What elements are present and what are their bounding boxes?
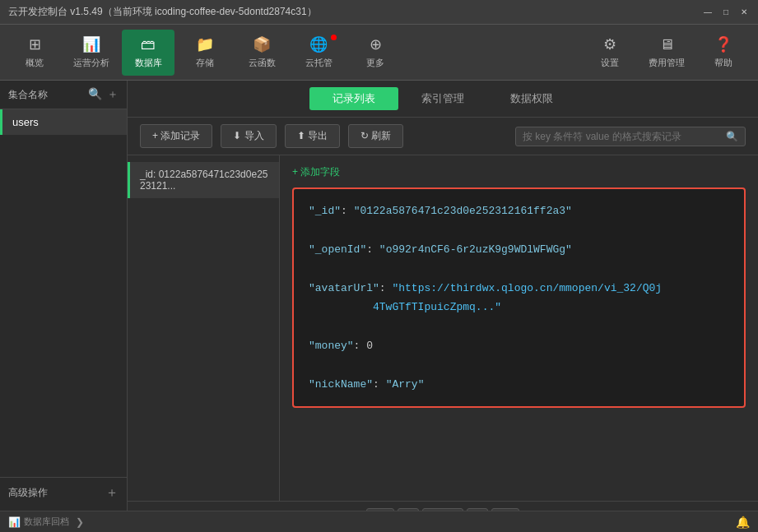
operations-icon: 📊 [82, 35, 100, 53]
more-icon: ⊕ [370, 35, 382, 53]
toolbar-item-help[interactable]: ❓ 帮助 [697, 30, 750, 76]
json-line-nickname: "nickName": "Arry" [309, 375, 729, 394]
json-value-money: 0 [366, 340, 373, 352]
sidebar-header: 集合名称 🔍 ＋ [0, 81, 127, 109]
tab-index[interactable]: 索引管理 [398, 87, 487, 110]
notification-icon: 🔔 [736, 516, 750, 529]
search-box[interactable]: 🔍 [515, 127, 746, 146]
json-line-money: "money": 0 [309, 336, 729, 355]
advanced-label: 高级操作 [8, 486, 48, 500]
sidebar-item-users[interactable]: users [0, 109, 127, 135]
search-icon[interactable]: 🔍 [88, 87, 102, 102]
export-button[interactable]: ⬆ 导出 [285, 124, 340, 148]
record-list: _id: 0122a5876471c23d0e2523121... [128, 155, 280, 501]
toolbar-label-operations: 运营分析 [73, 57, 109, 69]
toolbar-label-settings: 设置 [601, 57, 619, 69]
toolbar-label-database: 数据库 [135, 57, 162, 69]
titlebar-title: 云开发控制台 v1.5.49（当前环境 icoding-coffee-dev-5… [8, 5, 317, 19]
toolbar-item-cloudhosting[interactable]: 🌐 云托管 [292, 30, 345, 76]
main-area: 集合名称 🔍 ＋ users 高级操作 ＋ 未命名模板 记录列表 [0, 81, 758, 532]
collection-label: 集合名称 [8, 88, 81, 102]
titlebar-controls: — □ ✕ [702, 7, 750, 18]
json-box: "_id": "0122a5876471c23d0e252312161ff2a3… [292, 187, 746, 408]
tab-bar: 记录列表 索引管理 数据权限 [128, 81, 758, 118]
add-collection-icon[interactable]: ＋ [107, 87, 119, 102]
tab-permissions[interactable]: 数据权限 [487, 87, 576, 110]
toolbar-item-operations[interactable]: 📊 运营分析 [65, 30, 118, 76]
help-icon: ❓ [714, 35, 732, 53]
json-key-id: "_id" [309, 205, 341, 217]
sidebar-header-icons: 🔍 ＋ [88, 87, 119, 102]
sidebar: 集合名称 🔍 ＋ users 高级操作 ＋ 未命名模板 [0, 81, 128, 532]
json-key-openid: "_openId" [309, 243, 366, 256]
database-icon: 🗃 [141, 36, 156, 53]
sidebar-item-label: users [12, 116, 39, 128]
import-button[interactable]: ⬇ 导入 [221, 124, 276, 148]
json-line-openid: "_openId": "o992r4nCF6-6r2uzK9g9WDlWFWGg… [309, 240, 729, 259]
add-field-button[interactable]: + 添加字段 [292, 165, 340, 179]
search-icon: 🔍 [726, 131, 738, 142]
search-input[interactable] [523, 131, 721, 142]
json-value-openid: "o992r4nCF6-6r2uzK9g9WDlWFWGg" [379, 243, 572, 256]
toolbar-label-billing: 费用管理 [649, 57, 685, 69]
toolbar-item-billing[interactable]: 🖥 费用管理 [640, 30, 693, 76]
json-value-nickname: "Arry" [386, 378, 425, 391]
json-value-id: "0122a5876471c23d0e252312161ff2a3" [354, 205, 572, 217]
db-archive-icon: 📊 [8, 516, 21, 528]
toolbar-item-storage[interactable]: 📁 存储 [179, 30, 231, 76]
cloudhosting-badge [331, 35, 337, 40]
toolbar-item-cloudfunc[interactable]: 📦 云函数 [235, 30, 288, 76]
record-item[interactable]: _id: 0122a5876471c23d0e2523121... [128, 162, 279, 198]
action-bar: + 添加记录 ⬇ 导入 ⬆ 导出 ↻ 刷新 🔍 [128, 118, 758, 155]
close-button[interactable]: ✕ [738, 7, 750, 18]
content-body: _id: 0122a5876471c23d0e2523121... + 添加字段… [128, 155, 758, 501]
toolbar-label-cloudfunc: 云函数 [249, 57, 276, 69]
tab-records[interactable]: 记录列表 [309, 87, 398, 110]
record-item-label: _id: 0122a5876471c23d0e2523121... [140, 169, 267, 192]
expand-icon[interactable]: ❯ [76, 516, 84, 528]
json-key-nickname: "nickName" [309, 378, 373, 391]
advanced-operations-header[interactable]: 高级操作 ＋ [0, 477, 127, 508]
bottom-bar: 📊 数据库回档 ❯ 🔔 [0, 511, 758, 532]
settings-icon: ⚙ [603, 35, 616, 53]
storage-icon: 📁 [196, 35, 214, 53]
toolbar-label-storage: 存储 [196, 57, 214, 69]
db-archive-label: 数据库回档 [24, 516, 69, 528]
cloudfunc-icon: 📦 [253, 35, 271, 53]
minimize-button[interactable]: — [702, 7, 714, 18]
add-record-button[interactable]: + 添加记录 [140, 124, 212, 148]
json-line-id: "_id": "0122a5876471c23d0e252312161ff2a3… [309, 201, 729, 220]
toolbar-label-more: 更多 [366, 57, 384, 69]
toolbar-item-overview[interactable]: ⊞ 概览 [8, 30, 61, 76]
toolbar: ⊞ 概览 📊 运营分析 🗃 数据库 📁 存储 📦 云函数 🌐 云托管 ⊕ 更多 … [0, 25, 758, 81]
toolbar-item-settings[interactable]: ⚙ 设置 [584, 30, 636, 76]
billing-icon: 🖥 [659, 36, 674, 53]
content-area: 记录列表 索引管理 数据权限 + 添加记录 ⬇ 导入 ⬆ 导出 ↻ 刷新 🔍 [128, 81, 758, 532]
toolbar-item-more[interactable]: ⊕ 更多 [349, 30, 402, 76]
json-key-money: "money" [309, 340, 354, 352]
toolbar-label-overview: 概览 [26, 57, 44, 69]
toolbar-label-cloudhosting: 云托管 [305, 57, 332, 69]
maximize-button[interactable]: □ [720, 7, 732, 18]
json-line-avatarurl: "avatarUrl": "https://thirdwx.qlogo.cn/m… [309, 279, 729, 317]
add-advanced-icon[interactable]: ＋ [105, 484, 119, 502]
refresh-button[interactable]: ↻ 刷新 [348, 124, 403, 148]
overview-icon: ⊞ [29, 35, 41, 53]
toolbar-label-help: 帮助 [714, 57, 732, 69]
json-key-avatarurl: "avatarUrl" [309, 282, 379, 294]
db-archive-button[interactable]: 📊 数据库回档 [8, 516, 69, 528]
cloudhosting-icon: 🌐 [309, 35, 328, 53]
toolbar-item-database[interactable]: 🗃 数据库 [122, 30, 174, 76]
titlebar: 云开发控制台 v1.5.49（当前环境 icoding-coffee-dev-5… [0, 0, 758, 25]
detail-panel: + 添加字段 "_id": "0122a5876471c23d0e2523121… [280, 155, 758, 501]
